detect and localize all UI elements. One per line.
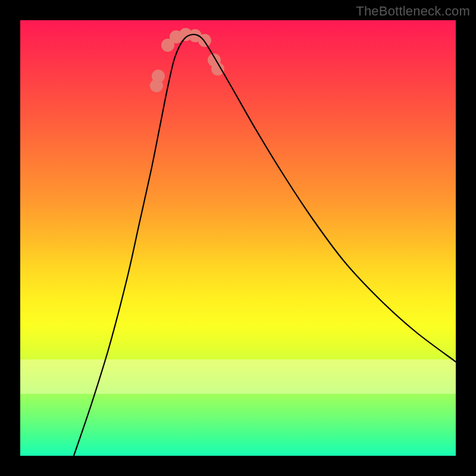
highlight-dot [198, 34, 211, 47]
highlight-dot [152, 70, 165, 83]
marker-group [150, 28, 224, 92]
watermark: TheBottleneck.com [356, 4, 470, 19]
chart-svg [20, 20, 456, 456]
chart-area [20, 20, 456, 456]
bottleneck-curve [74, 35, 456, 456]
